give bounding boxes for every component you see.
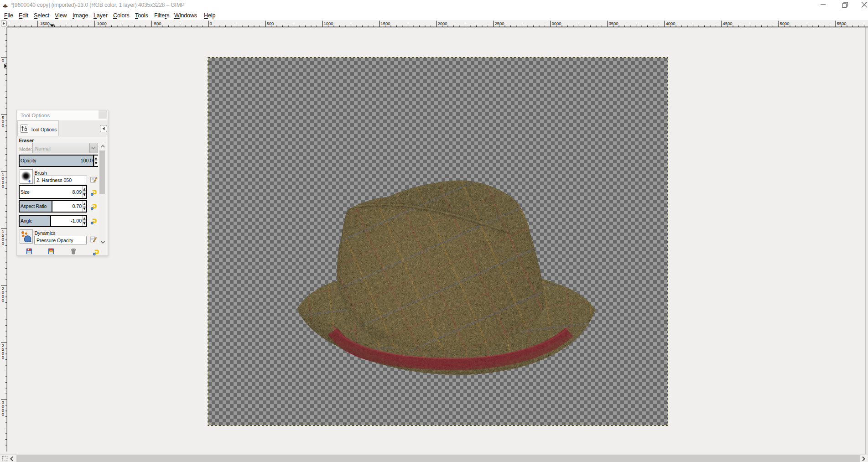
svg-text:0: 0	[2, 298, 4, 303]
svg-text:1500: 1500	[381, 21, 390, 26]
svg-text:0: 0	[2, 184, 4, 189]
svg-text:5000: 5000	[780, 21, 790, 26]
svg-text:-500: -500	[153, 21, 161, 26]
svg-text:4000: 4000	[666, 21, 676, 26]
svg-text:0: 0	[2, 412, 4, 417]
svg-text:-1500: -1500	[39, 21, 50, 26]
svg-text:1000: 1000	[324, 21, 333, 26]
svg-text:0: 0	[2, 241, 4, 246]
svg-text:4500: 4500	[723, 21, 733, 26]
svg-text:3500: 3500	[609, 21, 619, 26]
svg-text:2000: 2000	[438, 21, 447, 26]
svg-text:-1000: -1000	[96, 21, 107, 26]
svg-text:0: 0	[2, 123, 4, 128]
svg-text:0: 0	[2, 355, 4, 360]
svg-text:5500: 5500	[837, 21, 847, 26]
svg-text:0: 0	[2, 58, 4, 63]
svg-text:500: 500	[267, 21, 274, 26]
svg-text:3000: 3000	[552, 21, 561, 26]
svg-text:2500: 2500	[495, 21, 504, 26]
svg-text:0: 0	[210, 21, 212, 26]
